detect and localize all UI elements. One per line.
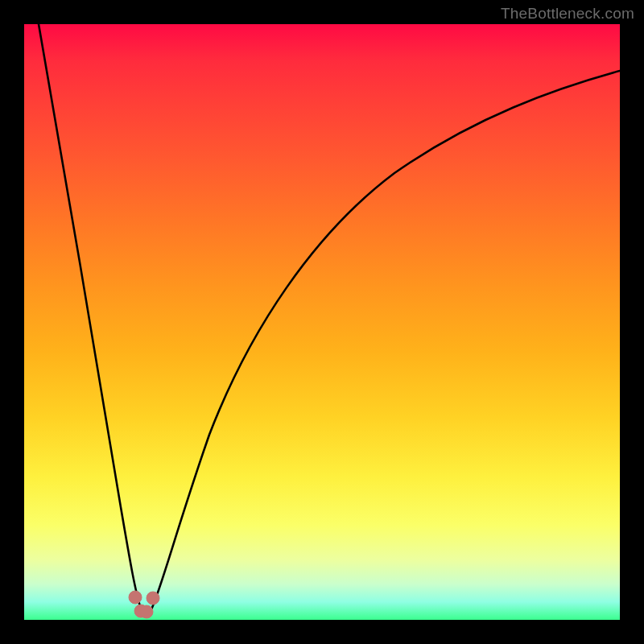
marker-dot <box>147 592 159 605</box>
marker-dot <box>129 591 142 604</box>
marker-cluster <box>129 591 159 618</box>
marker-dot <box>140 605 153 618</box>
watermark-text: TheBottleneck.com <box>501 5 634 23</box>
bottleneck-curve <box>39 24 620 614</box>
plot-area <box>24 24 620 620</box>
chart-frame: TheBottleneck.com <box>0 0 644 644</box>
curve-layer <box>24 24 620 620</box>
